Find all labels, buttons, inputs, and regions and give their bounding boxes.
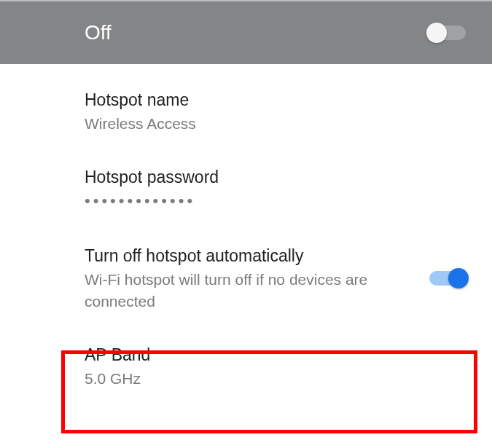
hotspot-status-label: Off — [85, 21, 112, 44]
switch-knob-icon — [448, 268, 469, 288]
hotspot-name-row[interactable]: Hotspot name Wireless Access — [85, 64, 466, 141]
hotspot-name-title: Hotspot name — [85, 89, 466, 111]
auto-off-description: Wi-Fi hotspot will turn off if no device… — [85, 269, 412, 312]
hotspot-master-switch[interactable] — [429, 25, 466, 40]
ap-band-title: AP Band — [85, 344, 466, 366]
ap-band-row[interactable]: AP Band 5.0 GHz — [85, 319, 466, 396]
auto-off-row[interactable]: Turn off hotspot automatically Wi-Fi hot… — [85, 220, 466, 319]
auto-off-switch[interactable] — [429, 271, 466, 286]
auto-off-title: Turn off hotspot automatically — [85, 245, 412, 267]
hotspot-settings-list: Hotspot name Wireless Access Hotspot pas… — [0, 64, 492, 397]
auto-off-text: Turn off hotspot automatically Wi-Fi hot… — [85, 245, 429, 312]
hotspot-name-text: Hotspot name Wireless Access — [85, 89, 466, 134]
hotspot-master-toggle-bar[interactable]: Off — [0, 0, 492, 64]
hotspot-name-value: Wireless Access — [85, 113, 466, 134]
hotspot-password-value: ••••••••••••• — [85, 190, 466, 213]
switch-knob-icon — [426, 23, 447, 43]
ap-band-text: AP Band 5.0 GHz — [85, 344, 466, 389]
hotspot-password-row[interactable]: Hotspot password ••••••••••••• — [85, 141, 466, 220]
hotspot-password-text: Hotspot password ••••••••••••• — [85, 166, 466, 213]
hotspot-password-title: Hotspot password — [85, 166, 466, 189]
ap-band-value: 5.0 GHz — [85, 368, 466, 389]
